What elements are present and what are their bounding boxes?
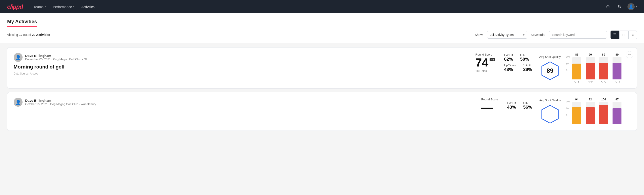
nav-item-performance[interactable]: Performance ▾ [53,4,74,10]
chevron-down-icon: ▾ [45,6,46,8]
updown-stat: Up/Down 43% [504,64,516,72]
brand-logo[interactable]: clippd [7,3,23,10]
bar-chart-container: 100 50 0 949210687 [566,98,630,125]
bar-category-label: PUTT [614,80,620,83]
nav-item-label: Activities [82,5,94,9]
bar-column: 106 [599,98,608,125]
oneputt-label: 1 Putt [523,64,532,67]
score-badge: +4 [490,58,495,61]
bar-value-label: 89 [616,53,618,56]
gir-stat: GIR 50% [520,53,529,62]
nav-item-activities[interactable]: Activities [82,4,94,10]
hexagon: 89 [540,61,560,81]
shot-quality-section: Avg Shot Quality 100 50 0 [539,98,630,125]
updown-value: 43% [504,67,516,72]
fw-hit-label: FW Hit [507,101,516,105]
show-label: Show: [475,33,484,36]
search-input[interactable] [549,31,607,38]
bar-track [599,57,608,80]
score-group: Round Score — [481,98,498,113]
fw-hit-stat: FW Hit 62% [504,53,513,62]
bar-fill [572,64,581,80]
user-menu[interactable]: 👤 ▾ [628,3,637,10]
activity-title: Morning round of golf [14,64,468,70]
bar-chart: 85OTT90APP89ARG89PUTT [572,53,630,83]
bar-fill [612,108,622,124]
nav-item-label: Teams [34,5,44,9]
oneputt-value: 28% [523,67,532,72]
bar-column: 89PUTT [612,53,622,83]
card-user: 👤 Dave Billingham December 05, 2021 · Go… [14,53,468,62]
round-score-value: 74 [476,57,488,68]
page-title: My Activities [7,19,37,27]
activity-card: 👤 Dave Billingham December 05, 2021 · Go… [7,47,637,88]
view-toggle: ☰ ⊞ ≡ [610,30,637,39]
nav-item-teams[interactable]: Teams ▾ [34,4,46,10]
activity-card: 👤 Dave Billingham October 16, 2021 · Gog… [7,92,637,131]
bar-column: 92 [586,98,595,125]
activity-date: October 16, 2021 · Gog Magog Golf Club -… [25,102,96,106]
bar-value-label: 94 [575,98,578,101]
bar-category-label: OTT [574,80,579,83]
bar-value-label: 87 [616,98,618,101]
round-score-value: — [481,102,493,113]
bar-chart-container: 100 50 0 85OTT90APP89ARG89PUTT [566,53,630,83]
bar-column: 85OTT [572,53,581,83]
svg-marker-1 [542,105,558,123]
chevron-down-icon: ▾ [636,6,637,8]
activity-date: December 05, 2021 · Gog Magog Golf Club … [25,58,88,61]
bar-value-label: 85 [575,53,578,56]
user-name: Dave Billingham [25,54,88,58]
fw-hit-value: 43% [507,105,516,110]
nav-icons: ⊕ ↻ 👤 ▾ [604,3,637,10]
gir-stat: GIR 56% [523,101,532,110]
bar-fill [586,107,595,124]
fw-hit-label: FW Hit [504,53,513,57]
shot-quality-section: Avg Shot Quality 89 100 50 0 [539,53,630,83]
grid-view-button[interactable]: ⊞ [620,30,628,39]
edit-button[interactable]: ✏ [626,51,633,58]
activity-type-select[interactable]: All Activity Types [487,31,527,38]
avatar: 👤 [628,3,635,10]
updown-label: Up/Down [504,64,516,67]
bar-track [572,57,581,80]
gir-value: 50% [520,57,529,62]
gir-label: GIR [520,53,529,57]
gir-label: GIR [523,101,532,105]
avg-shot-quality-label: Avg Shot Quality [539,55,561,58]
chevron-down-icon: ▾ [73,6,74,8]
bar-column: 94 [572,98,581,125]
bar-value-label: 89 [602,53,605,56]
activities-list: 👤 Dave Billingham December 05, 2021 · Go… [0,43,644,135]
avatar: 👤 [14,53,22,62]
bar-fill [599,63,608,80]
stat-pairs: FW Hit 62% GIR 50% Up/Down 43% 1 Putt [504,53,532,72]
bar-track [612,57,622,80]
bar-track [572,102,581,124]
user-name: Dave Billingham [25,98,96,102]
bar-fill [572,107,581,124]
refresh-icon[interactable]: ↻ [616,3,623,10]
data-source: Data Source: Arccos [14,72,468,75]
bar-value-label: 90 [589,53,592,56]
round-stats: Round Score — FW Hit 43% GIR 56% [481,98,532,113]
bar-chart: 949210687 [572,98,630,125]
bar-column: 87 [612,98,622,125]
avg-shot-quality-label: Avg Shot Quality [539,98,561,102]
list-compact-view-button[interactable]: ☰ [610,30,619,39]
list-detail-view-button[interactable]: ≡ [628,30,637,39]
activity-type-select-wrapper[interactable]: All Activity Types [487,31,527,38]
bar-track [599,102,608,124]
card-left: 👤 Dave Billingham December 05, 2021 · Go… [14,53,468,75]
viewing-count-text: Viewing 12 out of 29 Activities [7,33,471,36]
bar-category-label: APP [588,80,593,83]
nav-item-label: Performance [53,5,72,9]
bar-fill [612,63,622,80]
bar-track [586,102,595,124]
add-icon[interactable]: ⊕ [604,3,612,10]
keywords-label: Keywords: [531,33,545,36]
score-group: Round Score 74 +4 18 Holes [476,53,495,72]
bar-value-label: 106 [601,98,606,101]
stat-pairs: FW Hit 43% GIR 56% [507,101,532,110]
gir-value: 56% [523,105,532,110]
